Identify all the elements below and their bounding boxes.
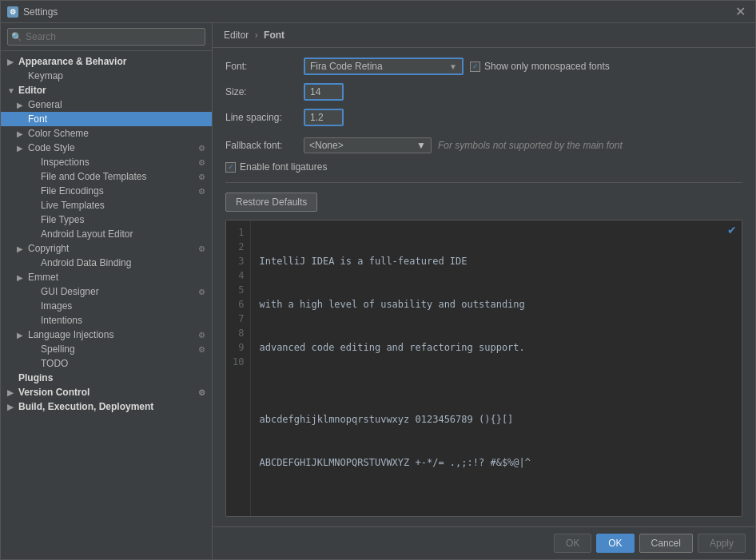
cancel-button[interactable]: Cancel xyxy=(639,534,693,553)
close-button[interactable]: ✕ xyxy=(732,6,749,18)
fallback-row: Fallback font: <None> ▼ For symbols not … xyxy=(225,137,742,153)
dropdown-arrow-icon: ▼ xyxy=(416,140,426,151)
ok-button[interactable]: OK xyxy=(596,534,634,553)
sidebar-item-emmet[interactable]: ▶ Emmet xyxy=(1,270,212,284)
enable-ligatures-label: Enable font ligatures xyxy=(240,161,327,173)
cancel-label: Cancel xyxy=(651,538,681,549)
breadcrumb: Editor › Font xyxy=(213,23,755,48)
settings-icon: ⚙ xyxy=(198,345,205,354)
preview-code: IntelliJ IDEA is a full-featured IDE wit… xyxy=(251,220,742,516)
sidebar-item-label: Emmet xyxy=(28,272,58,283)
sidebar-item-label: Inspections xyxy=(41,157,90,168)
sidebar-item-build-execution[interactable]: ▶ Build, Execution, Deployment xyxy=(1,399,212,414)
show-monospaced-checkbox[interactable]: ✓ xyxy=(470,62,480,72)
sidebar-item-file-code-templates[interactable]: File and Code Templates ⚙ xyxy=(1,169,212,184)
settings-icon: ⚙ xyxy=(198,187,205,196)
fallback-dropdown[interactable]: <None> ▼ xyxy=(304,137,432,153)
search-input[interactable] xyxy=(7,28,205,46)
sidebar-item-gui-designer[interactable]: GUI Designer ⚙ xyxy=(1,284,212,299)
preview-line-3: advanced code editing and refactoring su… xyxy=(259,340,734,355)
window-title: Settings xyxy=(23,6,727,18)
sidebar-item-color-scheme[interactable]: ▶ Color Scheme xyxy=(1,126,212,141)
settings-icon: ⚙ xyxy=(198,331,205,340)
sidebar-item-images[interactable]: Images xyxy=(1,299,212,313)
chevron-right-icon: ▶ xyxy=(7,58,17,66)
line-number: 5 xyxy=(233,283,244,297)
sidebar-item-label: File Types xyxy=(41,214,84,225)
show-monospaced-row[interactable]: ✓ Show only monospaced fonts xyxy=(470,61,610,72)
chevron-right-icon: ▶ xyxy=(17,144,26,153)
chevron-down-icon: ▼ xyxy=(7,86,17,95)
sidebar-item-lang-injections[interactable]: ▶ Language Injections ⚙ xyxy=(1,328,212,342)
fallback-label: Fallback font: xyxy=(225,140,297,151)
fallback-value: <None> xyxy=(309,140,344,151)
line-number: 4 xyxy=(233,268,244,283)
apply-button[interactable]: Apply xyxy=(698,534,746,553)
preview-area: ✔ 1 2 3 4 5 6 7 8 9 10 IntelliJ IDE xyxy=(225,220,742,517)
line-spacing-label: Line spacing: xyxy=(225,112,297,123)
breadcrumb-current: Font xyxy=(264,30,284,41)
chevron-right-icon: ▶ xyxy=(17,331,26,340)
breadcrumb-editor: Editor xyxy=(224,30,249,41)
settings-icon: ⚙ xyxy=(198,244,205,253)
sidebar-item-file-types[interactable]: File Types xyxy=(1,212,212,227)
preview-line-6: ABCDEFGHIJKLMNOPQRSTUVWXYZ +-*/= .,;:!? … xyxy=(259,455,734,470)
sidebar-item-label: Code Style xyxy=(28,142,75,153)
sidebar-item-label: GUI Designer xyxy=(41,286,99,297)
sidebar-item-label: Color Scheme xyxy=(28,128,89,139)
restore-defaults-button[interactable]: Restore Defaults xyxy=(225,193,742,212)
sidebar-item-label: Images xyxy=(41,300,72,312)
sidebar-item-keymap[interactable]: Keymap xyxy=(1,69,212,83)
sidebar-item-copyright[interactable]: ▶ Copyright ⚙ xyxy=(1,241,212,256)
sidebar-item-android-layout[interactable]: Android Layout Editor xyxy=(1,227,212,241)
sidebar-item-label: Plugins xyxy=(18,372,53,383)
sidebar-item-label: Intentions xyxy=(41,315,82,326)
line-number: 9 xyxy=(233,340,244,355)
search-icon: 🔍 xyxy=(11,32,22,42)
sidebar-item-todo[interactable]: TODO xyxy=(1,356,212,371)
sidebar-item-label: Font xyxy=(28,113,47,125)
dropdown-arrow-icon: ▼ xyxy=(449,62,457,71)
app-icon: ⚙ xyxy=(7,6,18,18)
settings-icon: ⚙ xyxy=(198,288,205,296)
sidebar-item-label: Spelling xyxy=(41,344,75,355)
size-input[interactable] xyxy=(304,83,344,101)
main-content: 🔍 ▶ Appearance & Behavior Keymap ▼ xyxy=(1,23,755,559)
font-dropdown[interactable]: Fira Code Retina ▼ xyxy=(304,58,464,75)
sidebar-item-spelling[interactable]: Spelling ⚙ xyxy=(1,342,212,356)
sidebar-item-android-data[interactable]: Android Data Binding xyxy=(1,256,212,270)
enable-ligatures-checkbox[interactable]: ✓ xyxy=(225,162,236,173)
sidebar-item-plugins[interactable]: Plugins xyxy=(1,371,212,385)
sidebar-item-label: Build, Execution, Deployment xyxy=(18,401,153,412)
chevron-right-icon: ▶ xyxy=(17,101,26,109)
sidebar-item-intentions[interactable]: Intentions xyxy=(1,313,212,328)
chevron-right-icon: ▶ xyxy=(7,403,17,411)
sidebar-item-code-style[interactable]: ▶ Code Style ⚙ xyxy=(1,141,212,155)
enable-ligatures-row[interactable]: ✓ Enable font ligatures xyxy=(225,161,742,173)
settings-icon: ⚙ xyxy=(198,388,205,397)
restore-defaults-label[interactable]: Restore Defaults xyxy=(225,193,317,212)
chevron-right-icon: ▶ xyxy=(17,273,26,282)
sidebar-tree: ▶ Appearance & Behavior Keymap ▼ Editor … xyxy=(1,51,212,559)
sidebar-item-label: Editor xyxy=(18,85,46,96)
sidebar-item-editor[interactable]: ▼ Editor xyxy=(1,83,212,97)
sidebar-item-version-control[interactable]: ▶ Version Control ⚙ xyxy=(1,385,212,399)
preview-line-1: IntelliJ IDEA is a full-featured IDE xyxy=(259,254,734,268)
line-spacing-input[interactable] xyxy=(304,109,344,126)
sidebar-item-appearance[interactable]: ▶ Appearance & Behavior xyxy=(1,54,212,69)
settings-icon: ⚙ xyxy=(198,173,205,181)
divider xyxy=(225,182,742,183)
sidebar-item-font[interactable]: Font xyxy=(1,112,212,126)
sidebar-item-file-encodings[interactable]: File Encodings ⚙ xyxy=(1,184,212,198)
line-number: 8 xyxy=(233,326,244,340)
chevron-right-icon: ▶ xyxy=(17,129,26,138)
sidebar-item-live-templates[interactable]: Live Templates xyxy=(1,198,212,212)
restore-label: OK xyxy=(566,538,579,549)
line-numbers: 1 2 3 4 5 6 7 8 9 10 xyxy=(226,220,251,516)
sidebar-item-inspections[interactable]: Inspections ⚙ xyxy=(1,155,212,169)
size-row: Size: xyxy=(225,83,742,101)
sidebar-item-general[interactable]: ▶ General xyxy=(1,97,212,112)
line-number: 7 xyxy=(233,312,244,326)
sidebar-item-label: Live Templates xyxy=(41,200,105,211)
restore-defaults-bottom-button: OK xyxy=(554,534,591,553)
